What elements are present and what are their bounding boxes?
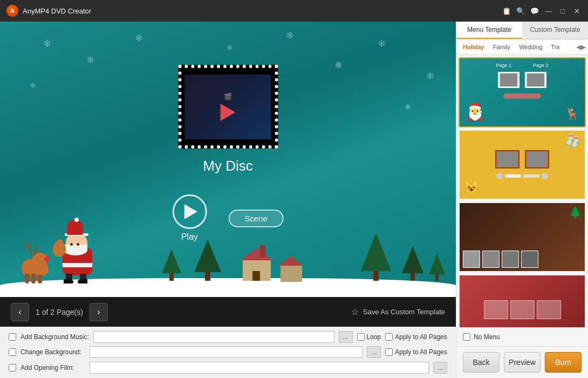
toolbar-icon-2[interactable]: 🔍 — [516, 6, 525, 16]
change-bg-label: Change Background: — [20, 348, 85, 356]
snowflake-deco: ❄ — [135, 32, 143, 44]
add-opening-film-label: Add Opening Film: — [20, 364, 85, 372]
tpl1-labels: Page 1Page 2 — [496, 63, 548, 68]
back-button[interactable]: Back — [463, 352, 500, 373]
controls-bar: Add Background Music: ... Loop Apply to … — [0, 327, 456, 378]
star-icon: ☆ — [351, 307, 359, 317]
opening-film-row: Add Opening Film: ... — [9, 362, 447, 374]
template-preview-2: 🧦 😺 — [460, 131, 585, 199]
tpl2-nav — [496, 173, 548, 179]
snowflake-deco: ❄ — [30, 81, 36, 90]
template-item-4[interactable] — [459, 274, 586, 327]
apply-all-bg-label: Apply to All Pages — [395, 348, 447, 356]
video-thumbnail: 🎬 — [185, 75, 271, 139]
template-item-3[interactable]: 🌲 ★★★ — [459, 202, 586, 272]
page-navigation: ‹ 1 of 2 Page(s) › — [11, 303, 108, 321]
snowflake-deco: ❄ — [227, 43, 233, 52]
add-opening-film-checkbox[interactable] — [9, 364, 16, 372]
snowflake-deco: ❄ — [86, 54, 94, 66]
template-item-1[interactable]: Page 1Page 2 🎅 🦌 — [459, 57, 586, 127]
next-page-button[interactable]: › — [90, 303, 108, 321]
template-preview-3: 🌲 ★★★ — [460, 203, 585, 271]
no-menu-label: No Menu — [474, 333, 500, 341]
cat-icon: 😺 — [464, 180, 478, 194]
santa — [58, 230, 101, 284]
save-custom-template-button[interactable]: ☆ Save As Custom Template — [351, 307, 445, 317]
tpl3-photo-3 — [502, 251, 519, 268]
snowflake-deco: ❄ — [426, 70, 434, 82]
category-scroll[interactable]: ◀▶ — [576, 43, 586, 51]
minimize-button[interactable]: — — [544, 6, 553, 16]
app-title: AnyMP4 DVD Creator — [23, 7, 502, 15]
right-panel: Menu Template Custom Template Holiday Fa… — [456, 22, 588, 378]
maximize-button[interactable]: □ — [558, 6, 568, 16]
tpl4-photo-2 — [510, 300, 535, 319]
snowflake-deco: ❄ — [43, 38, 51, 50]
video-stamp-frame: 🎬 — [178, 65, 278, 148]
tpl3-photo-1 — [463, 251, 480, 268]
bg-music-row: Add Background Music: ... Loop Apply to … — [9, 331, 447, 343]
title-bar: A AnyMP4 DVD Creator 📋 🔍 💬 — □ ✕ — [0, 0, 588, 22]
preview-area: ❄ ❄ ❄ ❅ ❄ ❄ ❅ ❄ ❄ ❄ ❅ 🎬 My Disc — [0, 22, 456, 378]
templates-list: Page 1Page 2 🎅 🦌 — [456, 55, 588, 327]
tree — [162, 249, 181, 281]
loop-option: Loop — [357, 333, 381, 341]
tree — [402, 246, 423, 281]
bg-input[interactable] — [90, 346, 363, 358]
menu-template-tab[interactable]: Menu Template — [456, 22, 522, 39]
reindeer — [16, 240, 54, 284]
apply-all-music-label: Apply to All Pages — [395, 333, 447, 341]
no-menu-option: No Menu — [463, 333, 500, 341]
holiday-category[interactable]: Holiday — [459, 42, 489, 52]
tpl2-thumbs — [495, 150, 549, 168]
scene-button[interactable]: Scene — [228, 210, 284, 227]
wedding-category[interactable]: Wedding — [515, 42, 546, 52]
close-button[interactable]: ✕ — [572, 6, 582, 16]
house — [243, 248, 271, 281]
tpl3-photo-2 — [482, 251, 500, 268]
bg-music-browse-button[interactable]: ... — [339, 331, 353, 343]
prev-page-button[interactable]: ‹ — [11, 303, 29, 321]
preview-button[interactable]: Preview — [504, 352, 541, 373]
loop-checkbox[interactable] — [357, 333, 365, 341]
toolbar-icon-3[interactable]: 💬 — [530, 6, 539, 16]
tree — [194, 240, 221, 281]
template-preview-4 — [460, 275, 585, 327]
bg-browse-button[interactable]: ... — [367, 346, 381, 358]
add-bg-music-checkbox[interactable] — [9, 333, 16, 341]
travel-category[interactable]: Tra — [546, 42, 564, 52]
no-menu-checkbox[interactable] — [463, 333, 470, 341]
opening-film-browse-button[interactable]: ... — [433, 362, 447, 374]
family-category[interactable]: Family — [489, 42, 515, 52]
change-bg-checkbox[interactable] — [9, 348, 16, 356]
sleigh-icon: 🦌 — [565, 107, 579, 121]
tpl4-photo-3 — [537, 300, 561, 319]
stocking-icon: 🧦 — [564, 133, 580, 148]
apply-all-music-checkbox[interactable] — [385, 333, 393, 341]
change-bg-row: Change Background: ... Apply to All Page… — [9, 346, 447, 358]
custom-template-tab[interactable]: Custom Template — [522, 22, 588, 39]
apply-all-bg-checkbox[interactable] — [385, 348, 393, 356]
template-tab-row: Menu Template Custom Template — [456, 22, 588, 39]
add-bg-music-label: Add Background Music: — [20, 333, 89, 341]
bg-music-input[interactable] — [93, 331, 334, 343]
landscape — [0, 232, 456, 297]
snowflake-deco: ❅ — [405, 103, 411, 111]
preview-canvas: ❄ ❄ ❄ ❅ ❄ ❄ ❅ ❄ ❄ ❄ ❅ 🎬 My Disc — [0, 22, 456, 297]
action-buttons: Back Preview Burn — [456, 346, 588, 378]
save-custom-label: Save As Custom Template — [363, 308, 445, 316]
template-item-2[interactable]: 🧦 😺 — [459, 130, 586, 200]
pinecone-icon: 🌲 — [569, 206, 582, 219]
navigation-bar: ‹ 1 of 2 Page(s) › ☆ Save As Custom Temp… — [0, 297, 456, 327]
opening-film-input[interactable] — [90, 362, 429, 374]
tpl1-thumbs — [498, 72, 546, 88]
snowflake-deco: ❅ — [334, 59, 343, 71]
disc-title: My Disc — [203, 158, 252, 174]
santa-icon: 🎅 — [465, 102, 485, 121]
play-button[interactable] — [172, 194, 207, 229]
category-row: Holiday Family Wedding Tra ◀▶ — [456, 39, 588, 55]
burn-button[interactable]: Burn — [545, 352, 582, 373]
toolbar-icon-1[interactable]: 📋 — [502, 6, 511, 16]
snowflake-deco: ❄ — [286, 30, 294, 42]
snowflake-deco: ❄ — [378, 38, 386, 50]
